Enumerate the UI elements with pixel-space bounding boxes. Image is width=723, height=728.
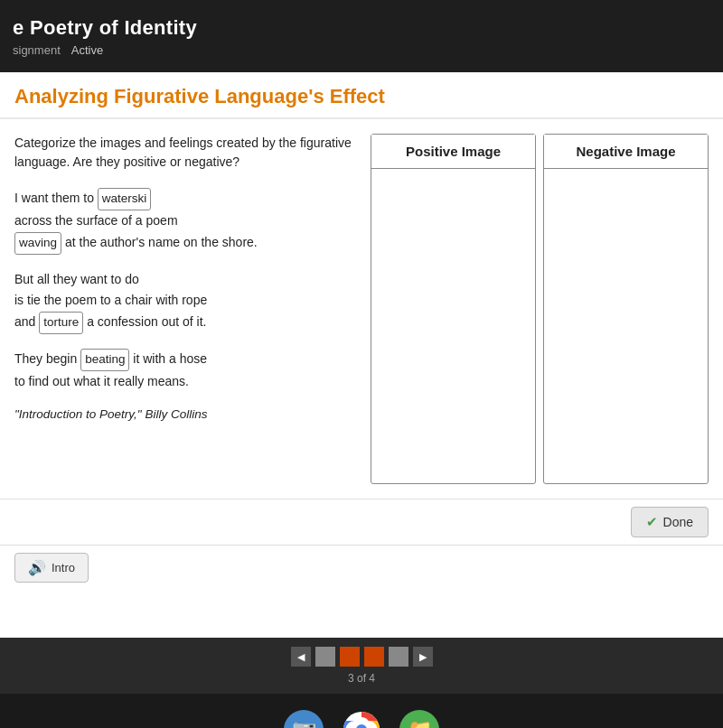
- poem-line-3: waving at the author's name on the shore…: [14, 232, 352, 255]
- poem-line-4: But all they want to do: [14, 269, 352, 291]
- header: e Poetry of Identity signment Active: [0, 0, 723, 72]
- poem-text: But all they want to do: [14, 272, 139, 286]
- negative-column-header: Negative Image: [544, 135, 708, 169]
- poem-group-3: They begin beating it with a hose to fin…: [14, 349, 352, 393]
- poem-line-7: They begin beating it with a hose: [14, 349, 352, 371]
- poem-text: across the surface of a poem: [14, 213, 178, 228]
- status-badge: Active: [71, 43, 103, 57]
- camera-icon[interactable]: 📷: [284, 710, 324, 728]
- poem-text: a confession out of it.: [87, 314, 206, 329]
- intro-label: Intro: [52, 561, 75, 574]
- columns-section: Positive Image Negative Image: [371, 134, 709, 484]
- main-content: Analyzing Figurative Language's Effect C…: [0, 72, 723, 638]
- content-area: Categorize the images and feelings creat…: [0, 119, 723, 499]
- instructions-text: Categorize the images and feelings creat…: [14, 134, 352, 172]
- nav-controls: ◀ ▶: [291, 647, 433, 667]
- done-label: Done: [663, 515, 693, 529]
- nav-square-2[interactable]: [340, 647, 360, 667]
- waterski-word[interactable]: waterski: [98, 188, 152, 210]
- page-indicator: 3 of 4: [348, 672, 375, 685]
- poem-text: and: [14, 314, 39, 329]
- nav-bar: ◀ ▶ 3 of 4: [0, 638, 723, 694]
- speaker-icon: 🔊: [28, 559, 46, 576]
- poem-text: They begin: [14, 351, 80, 366]
- beating-word[interactable]: beating: [80, 349, 129, 371]
- poem-text: I want them to: [14, 191, 98, 205]
- positive-column-body[interactable]: [371, 169, 535, 483]
- poem-text: to find out what it really means.: [14, 374, 189, 388]
- poem-group-2: But all they want to do is tie the poem …: [14, 269, 352, 335]
- app-title: e Poetry of Identity: [13, 16, 710, 40]
- poem-text: it with a hose: [133, 351, 207, 366]
- nav-prev-button[interactable]: ◀: [291, 647, 311, 667]
- breadcrumb-row: signment Active: [13, 43, 710, 57]
- done-button[interactable]: ✔ Done: [631, 507, 709, 537]
- torture-word[interactable]: torture: [39, 312, 83, 334]
- nav-square-4[interactable]: [389, 647, 408, 667]
- poem-text: at the author's name on the shore.: [65, 235, 258, 249]
- taskbar: 📷 📁: [0, 694, 723, 728]
- negative-column-body[interactable]: [544, 169, 708, 483]
- poem-citation: "Introduction to Poetry," Billy Collins: [14, 407, 352, 421]
- check-icon: ✔: [646, 514, 658, 530]
- breadcrumb: signment: [13, 43, 61, 57]
- nav-square-3[interactable]: [364, 647, 384, 667]
- files-icon[interactable]: 📁: [399, 710, 439, 728]
- poem-line-6: and torture a confession out of it.: [14, 312, 352, 334]
- nav-square-1[interactable]: [315, 647, 335, 667]
- bottom-toolbar: 🔊 Intro: [0, 545, 723, 590]
- done-area: ✔ Done: [0, 499, 723, 545]
- poem-line-5: is tie the poem to a chair with rope: [14, 290, 352, 312]
- poem-line-1: I want them to waterski: [14, 188, 352, 210]
- positive-image-column: Positive Image: [371, 134, 536, 484]
- poem-line-2: across the surface of a poem: [14, 210, 352, 232]
- nav-next-button[interactable]: ▶: [413, 647, 433, 667]
- waving-word[interactable]: waving: [14, 232, 61, 255]
- poem-group-1: I want them to waterski across the surfa…: [14, 188, 352, 255]
- poem-text: is tie the poem to a chair with rope: [14, 293, 207, 307]
- page-heading-area: Analyzing Figurative Language's Effect: [0, 72, 723, 119]
- intro-button[interactable]: 🔊 Intro: [14, 553, 89, 583]
- chrome-icon[interactable]: [342, 710, 381, 728]
- page-title: Analyzing Figurative Language's Effect: [14, 85, 709, 108]
- positive-column-header: Positive Image: [371, 135, 535, 169]
- poem-line-8: to find out what it really means.: [14, 371, 352, 393]
- poem-section: Categorize the images and feelings creat…: [14, 134, 371, 484]
- negative-image-column: Negative Image: [543, 134, 709, 484]
